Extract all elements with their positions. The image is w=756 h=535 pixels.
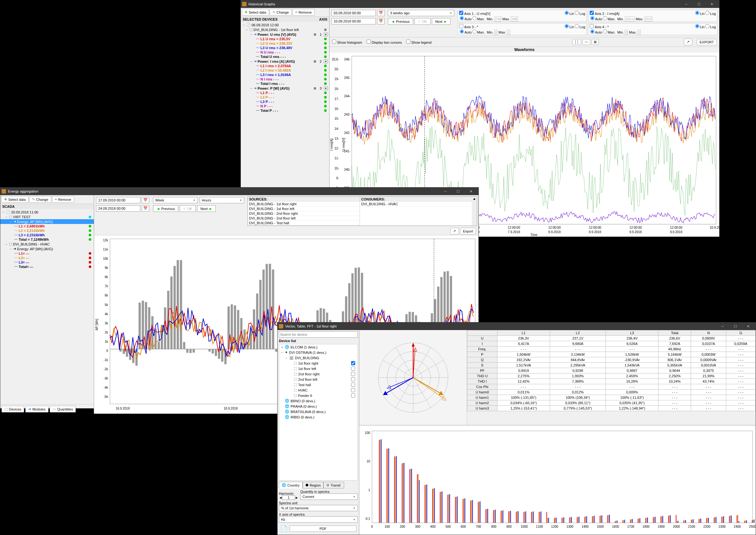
device-check[interactable] bbox=[351, 388, 355, 392]
tree-node[interactable]: 🌐PRAHA (0 devs.) bbox=[279, 404, 358, 409]
maximize-button[interactable]: ☐ bbox=[693, 0, 705, 8]
channel-row[interactable]: 〰L1 I rms = 2,0764A bbox=[241, 64, 329, 68]
transf-tab[interactable]: ⊙Transf. bbox=[324, 482, 344, 489]
device-row[interactable]: −⬚DVI_BUILDING - 1st floor left bbox=[241, 27, 329, 32]
display-cursors-check[interactable]: Display two cursors bbox=[366, 40, 402, 44]
expand-icon[interactable]: ↗ bbox=[450, 228, 459, 235]
country-tab[interactable]: 🌐Country bbox=[279, 482, 303, 489]
channel-row[interactable]: 〰N P - - - bbox=[241, 104, 329, 108]
export-button[interactable]: Export bbox=[460, 228, 476, 235]
quantity-combo[interactable]: Current bbox=[300, 493, 358, 500]
tree-node[interactable]: ⬚1st floor right bbox=[279, 360, 358, 366]
pan-button[interactable]: ⊞ bbox=[592, 39, 599, 45]
device-tree[interactable]: +🌐ELCOM (1 devs.)−✦DVI OSTRAVA (1 devs.)… bbox=[279, 344, 358, 481]
channel-row[interactable]: 〰Total U rms - - - bbox=[241, 54, 329, 59]
date-from[interactable]: 03.09.2018 00:00 bbox=[332, 10, 376, 16]
spectra-unit-combo[interactable]: % of 1st harmonic bbox=[279, 505, 358, 511]
next-button[interactable]: Next► bbox=[432, 18, 451, 25]
ok-button[interactable]: ✓OK bbox=[415, 18, 431, 25]
close-button[interactable]: ✕ bbox=[464, 187, 477, 195]
tree-node[interactable]: −🏢DVI_BUILDING bbox=[279, 355, 358, 360]
tree-node[interactable]: 🌐IRBID (0 devs.) bbox=[279, 414, 358, 420]
channel-row[interactable]: 〰L2 I rms = 10,482A bbox=[241, 68, 329, 72]
calendar-icon[interactable]: 📅 bbox=[377, 18, 385, 24]
search-input[interactable] bbox=[279, 331, 358, 338]
export-button[interactable]: EXPORT bbox=[697, 39, 717, 45]
prev-button[interactable]: ◄Previous bbox=[388, 18, 413, 25]
tree-node[interactable]: +🌐ELCOM (1 devs.) bbox=[279, 344, 358, 350]
maximize-button[interactable]: ☐ bbox=[452, 187, 464, 195]
maximize-button[interactable]: ☐ bbox=[729, 323, 742, 330]
show-histogram-check[interactable]: Show histogram bbox=[332, 40, 362, 44]
channel-row[interactable]: 〰Total= --- bbox=[0, 265, 94, 269]
tree-node[interactable]: ⬚HVAC bbox=[279, 387, 358, 393]
tree-node[interactable]: 🌐BRNO (0 devs.) bbox=[279, 398, 358, 404]
next-button[interactable]: Next► bbox=[197, 205, 216, 212]
channel-row[interactable]: 〰L1= --- bbox=[0, 251, 94, 256]
tree-node[interactable]: ⬚Test hall bbox=[279, 382, 358, 387]
quantity-group[interactable]: −➜Power: I rms [A] (AVG)2▾ bbox=[241, 59, 329, 64]
channel-row[interactable]: 〰L3 = 2,2316kWh bbox=[0, 233, 94, 237]
channel-row[interactable]: 〰Total I rms - - - bbox=[241, 81, 329, 86]
minimize-button[interactable]: ─ bbox=[680, 0, 693, 8]
device-check[interactable] bbox=[351, 383, 355, 387]
unit-combo[interactable]: Hours bbox=[200, 197, 244, 203]
channel-row[interactable]: 〰L2= --- bbox=[0, 256, 94, 260]
close-button[interactable]: ✕ bbox=[705, 0, 718, 8]
quantity-group[interactable]: −➜Power: P [W] (AVG)3▾ bbox=[241, 86, 329, 91]
device-row[interactable]: −⬚DVI_BUILDING - HVAC bbox=[0, 242, 94, 246]
minimize-button[interactable]: ─ bbox=[716, 323, 729, 330]
scrollbar[interactable]: ▲ bbox=[472, 197, 477, 226]
quantity-row[interactable]: −➜Energy: AP [Wh] (AVG) bbox=[0, 246, 94, 251]
titlebar[interactable]: Vector, Table, FFT - 1st floor right ─☐✕ bbox=[277, 323, 756, 330]
devices-tab[interactable]: ⬚Devices bbox=[2, 406, 24, 412]
titlebar[interactable]: Historical Graphs ─☐✕ bbox=[241, 0, 719, 8]
date-from[interactable]: 17.09.2018 00:00 bbox=[96, 197, 140, 203]
pdf-button[interactable]: PDF bbox=[290, 525, 357, 532]
channel-row[interactable]: 〰N I rms - - - bbox=[241, 77, 329, 81]
harmonic-input[interactable] bbox=[282, 495, 295, 500]
select-data-button[interactable]: ✚Select data bbox=[242, 9, 269, 15]
date-to[interactable]: 10.09.2018 00:00 bbox=[332, 18, 376, 24]
quantities-tab[interactable]: 〰Quantities bbox=[50, 406, 76, 412]
channel-row[interactable]: 〰L3 U rms = 238,48V bbox=[241, 45, 329, 50]
modules-tab[interactable]: ➜Modules bbox=[25, 406, 48, 412]
channel-row[interactable]: 〰N U rms - - - bbox=[241, 50, 329, 54]
channel-row[interactable]: 〰L1 P - - - bbox=[241, 91, 329, 95]
change-button[interactable]: ✎Change bbox=[29, 196, 51, 203]
titlebar[interactable]: Energy aggregation ─☐✕ bbox=[0, 187, 479, 195]
remove-button[interactable]: ━Remove bbox=[52, 196, 74, 203]
device-row[interactable]: −⬚VIRT TEST bbox=[0, 214, 94, 219]
spectra-chart[interactable]: 1001010,1 010020030040050060070080090010… bbox=[359, 425, 756, 535]
select-data-button[interactable]: ✚Select data bbox=[1, 196, 29, 203]
channel-row[interactable]: 〰L2 P - - - bbox=[241, 95, 329, 99]
channel-row[interactable]: 〰L3= --- bbox=[0, 260, 94, 265]
xaxis-combo[interactable]: Hz bbox=[279, 516, 358, 523]
zoom-button[interactable]: 〰 bbox=[582, 39, 590, 45]
region-tab[interactable]: ⬢Region bbox=[303, 482, 324, 489]
quantity-group[interactable]: −➜Power: U rms [V] (AVG)1▾ bbox=[241, 32, 329, 37]
channel-row[interactable]: 〰Total = 7,1249kWh bbox=[0, 237, 94, 242]
ok-button[interactable]: ✓OK bbox=[180, 205, 196, 212]
calendar-icon[interactable]: 📅 bbox=[377, 10, 385, 16]
range-combo[interactable]: 3 weeks ago bbox=[388, 10, 454, 16]
device-check[interactable] bbox=[351, 361, 355, 365]
cursor-mode-button[interactable]: ┊┊ bbox=[572, 39, 581, 45]
channel-row[interactable]: 〰L3 P - - - bbox=[241, 99, 329, 104]
measurement-table[interactable]: L1L2L3TotalNGU236,3V237,1V236,4V236,6V0,… bbox=[467, 330, 756, 425]
channel-row[interactable]: 〰Total P - - - bbox=[241, 108, 329, 113]
device-check[interactable] bbox=[351, 366, 355, 371]
channel-row[interactable]: 〰L3 I rms = 1,9166A bbox=[241, 72, 329, 77]
device-check[interactable] bbox=[351, 377, 355, 381]
sources-consumers-table[interactable]: SOURCES: DVI_BUILDING - 1st floor rightD… bbox=[247, 196, 477, 226]
harmonic-down[interactable]: ◄ bbox=[279, 496, 282, 499]
remove-button[interactable]: ━Remove bbox=[292, 9, 315, 15]
channel-row[interactable]: 〰L1 U rms = 235,5V bbox=[241, 37, 329, 41]
close-button[interactable]: ✕ bbox=[742, 323, 754, 330]
tree-node[interactable]: ⬚2nd floor right bbox=[279, 371, 358, 377]
date-to[interactable]: 24.09.2018 00:00 bbox=[96, 205, 140, 211]
show-legend-check[interactable]: Show legend bbox=[406, 40, 431, 44]
expand-icon[interactable]: ↗ bbox=[684, 39, 692, 45]
tree-node[interactable]: ⬚2nd floor left bbox=[279, 377, 358, 382]
change-button[interactable]: ✎Change bbox=[270, 9, 292, 15]
